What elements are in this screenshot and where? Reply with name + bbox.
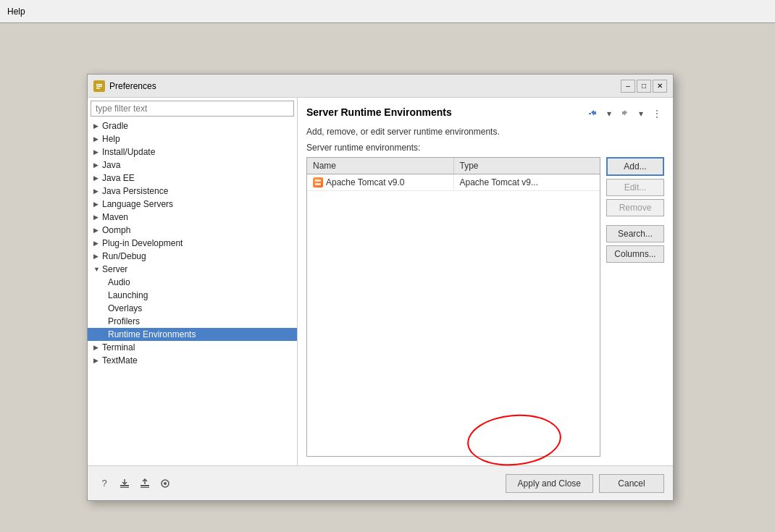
chevron-right-icon: ▶	[93, 174, 102, 182]
sidebar-item-server-profilers[interactable]: Profilers	[88, 315, 297, 328]
chevron-right-icon: ▶	[93, 253, 102, 260]
chevron-right-icon: ▶	[93, 214, 102, 221]
chevron-right-icon: ▶	[93, 187, 102, 195]
forward-dropdown-btn[interactable]: ▾	[634, 106, 648, 121]
help-icon-btn[interactable]: ?	[96, 476, 112, 491]
dialog-titlebar: Preferences – □ ✕	[88, 75, 673, 98]
chevron-right-icon: ▶	[93, 161, 102, 169]
more-btn[interactable]: ⋮	[650, 106, 664, 121]
svg-rect-1	[96, 84, 102, 85]
sidebar-item-server-runtime[interactable]: Runtime Environments	[88, 328, 297, 341]
runtime-table: Name Type Apach	[306, 157, 600, 457]
dropdown-btn[interactable]: ▾	[602, 106, 616, 121]
remove-button[interactable]: Remove	[606, 199, 664, 216]
svg-rect-2	[96, 85, 102, 87]
header-actions: ▾ ▾ ⋮	[586, 106, 664, 121]
server-icon	[313, 177, 323, 187]
svg-rect-6	[315, 183, 321, 185]
sidebar-item-gradle[interactable]: ▶ Gradle	[88, 119, 297, 132]
cell-type: Apache Tomcat v9...	[454, 174, 600, 190]
sidebar-item-java-persistence[interactable]: ▶ Java Persistence	[88, 185, 297, 198]
description-text: Add, remove, or edit server runtime envi…	[306, 127, 664, 137]
cell-name: Apache Tomcat v9.0	[307, 174, 454, 190]
svg-rect-5	[315, 180, 321, 182]
table-header: Name Type	[307, 158, 600, 174]
right-panel-title: Server Runtime Environments	[306, 106, 452, 118]
sidebar-item-terminal[interactable]: ▶ Terminal	[88, 341, 297, 354]
dialog-icon	[93, 80, 105, 92]
dialog-footer: ?	[88, 465, 673, 500]
chevron-down-icon: ▼	[93, 266, 102, 273]
edit-button[interactable]: Edit...	[606, 179, 664, 196]
chevron-right-icon: ▶	[93, 240, 102, 247]
tree-container: ▶ Gradle ▶ Help ▶ Install/Update ▶	[88, 119, 297, 465]
search-button[interactable]: Search...	[606, 225, 664, 242]
sidebar-item-language-servers[interactable]: ▶ Language Servers	[88, 198, 297, 211]
help-menu[interactable]: Help	[3, 7, 30, 17]
sidebar-item-server-launching[interactable]: Launching	[88, 289, 297, 302]
add-button[interactable]: Add...	[606, 157, 664, 176]
svg-rect-10	[141, 487, 149, 488]
sidebar-item-maven[interactable]: ▶ Maven	[88, 211, 297, 224]
sidebar-item-java-ee[interactable]: ▶ Java EE	[88, 172, 297, 185]
back-btn[interactable]	[586, 106, 600, 121]
svg-rect-8	[120, 487, 129, 488]
svg-rect-7	[120, 485, 129, 486]
svg-rect-4	[589, 113, 591, 114]
sidebar-item-server-overlays[interactable]: Overlays	[88, 302, 297, 315]
chevron-right-icon: ▶	[93, 357, 102, 364]
sidebar-item-install-update[interactable]: ▶ Install/Update	[88, 145, 297, 159]
table-row[interactable]: Apache Tomcat v9.0 Apache Tomcat v9...	[307, 174, 600, 191]
chevron-right-icon: ▶	[93, 135, 102, 143]
svg-rect-3	[96, 88, 100, 89]
chevron-right-icon: ▶	[93, 122, 102, 130]
footer-right: Apply and Close Cancel	[506, 474, 664, 493]
columns-button[interactable]: Columns...	[606, 245, 664, 263]
chevron-right-icon: ▶	[93, 148, 102, 156]
forward-btn[interactable]	[618, 106, 632, 121]
dialog-minimize-btn[interactable]: –	[621, 80, 635, 93]
svg-point-12	[164, 482, 167, 485]
col-type: Type	[454, 158, 600, 174]
left-panel: ▶ Gradle ▶ Help ▶ Install/Update ▶	[88, 98, 298, 465]
side-buttons: Add... Edit... Remove Search... Columns.…	[606, 157, 664, 457]
chevron-right-icon: ▶	[93, 200, 102, 208]
cancel-button[interactable]: Cancel	[599, 474, 664, 493]
dialog-close-btn[interactable]: ✕	[653, 80, 667, 93]
dialog-title: Preferences	[109, 81, 156, 91]
sidebar-item-help[interactable]: ▶ Help	[88, 132, 297, 145]
sidebar-item-textmate[interactable]: ▶ TextMate	[88, 354, 297, 367]
svg-rect-9	[141, 485, 149, 486]
section-label: Server runtime environments:	[306, 143, 664, 153]
footer-left: ?	[96, 476, 173, 491]
sidebar-item-server[interactable]: ▼ Server	[88, 263, 297, 276]
sidebar-item-server-audio[interactable]: Audio	[88, 276, 297, 289]
toolbar: Help	[0, 0, 775, 23]
import-icon-btn[interactable]	[137, 476, 153, 491]
chevron-right-icon: ▶	[93, 344, 102, 351]
content-area: Name Type Apach	[306, 157, 664, 457]
sidebar-item-java[interactable]: ▶ Java	[88, 159, 297, 172]
preferences-dialog: Preferences – □ ✕ ▶ Gradl	[87, 74, 674, 501]
sidebar-item-oomph[interactable]: ▶ Oomph	[88, 224, 297, 237]
apply-close-button[interactable]: Apply and Close	[506, 474, 593, 493]
settings-icon-btn[interactable]	[157, 476, 173, 491]
export-icon-btn[interactable]	[117, 476, 133, 491]
chevron-right-icon: ▶	[93, 227, 102, 234]
sidebar-item-plugin-dev[interactable]: ▶ Plug-in Development	[88, 237, 297, 250]
sidebar-item-run-debug[interactable]: ▶ Run/Debug	[88, 250, 297, 263]
dialog-maximize-btn[interactable]: □	[637, 80, 651, 93]
right-panel: Server Runtime Environments ▾	[298, 98, 673, 465]
filter-input[interactable]	[91, 101, 294, 117]
col-name: Name	[307, 158, 454, 174]
